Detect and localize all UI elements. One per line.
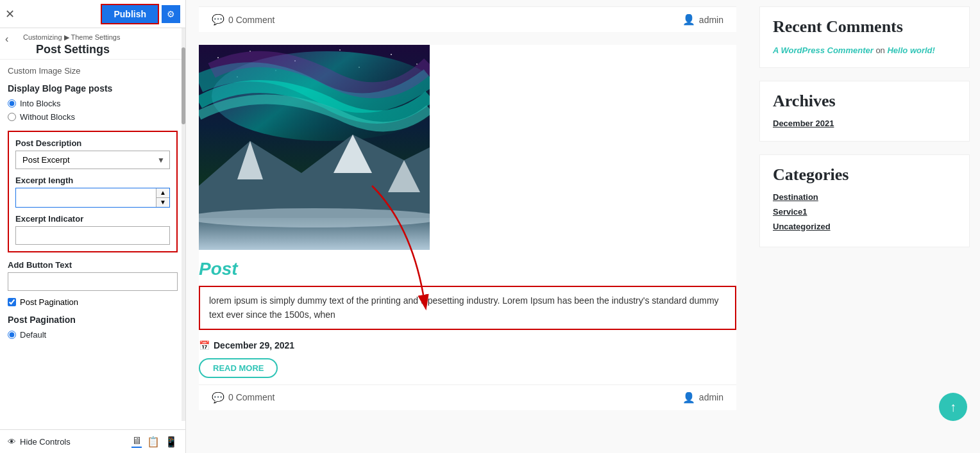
svg-point-4 bbox=[339, 49, 341, 51]
excerpt-length-input[interactable]: 20 bbox=[16, 190, 156, 206]
post-pagination-checkbox[interactable] bbox=[8, 298, 16, 306]
post-pagination-checkbox-label: Post Pagination bbox=[20, 297, 78, 307]
post-image-wrap bbox=[199, 45, 736, 252]
radio-without-blocks-label: Without Blocks bbox=[20, 112, 75, 122]
customizing-link[interactable]: Customizing bbox=[23, 33, 62, 41]
category-service1[interactable]: Service1 bbox=[773, 207, 956, 217]
admin2-icon: 👤 bbox=[682, 391, 695, 404]
back-button[interactable]: ‹ bbox=[5, 33, 8, 45]
view-icons: 🖥 📋 📱 bbox=[131, 435, 178, 448]
post-image-svg bbox=[199, 45, 430, 250]
breadcrumb-separator: ▶ bbox=[62, 33, 71, 41]
radio-into-blocks-label: Into Blocks bbox=[20, 99, 61, 108]
theme-settings-link[interactable]: Theme Settings bbox=[71, 33, 120, 41]
close-button[interactable]: ✕ bbox=[5, 7, 15, 21]
radio-without-blocks[interactable]: Without Blocks bbox=[8, 112, 178, 122]
page-title: Post Settings bbox=[23, 43, 178, 56]
right-sidebar: Recent Comments A WordPress Commenter on… bbox=[749, 0, 980, 436]
read-more-input[interactable]: READ MORE bbox=[8, 272, 178, 291]
post-excerpt-select-wrap: Post Excerpt ▼ bbox=[15, 151, 170, 169]
radio-into-blocks[interactable]: Into Blocks bbox=[8, 99, 178, 108]
svg-point-16 bbox=[199, 208, 430, 227]
second-post-admin-name: admin bbox=[699, 392, 723, 402]
svg-point-1 bbox=[217, 57, 219, 58]
first-post-card-footer: 💬 0 Comment 👤 admin bbox=[199, 6, 736, 32]
first-post-comment-info: 💬 0 Comment bbox=[212, 13, 275, 26]
svg-point-6 bbox=[416, 63, 418, 65]
display-radio-group: Into Blocks Without Blocks bbox=[8, 99, 178, 122]
scroll-top-button[interactable]: ↑ bbox=[939, 393, 967, 421]
main-inner: 💬 0 Comment 👤 admin bbox=[186, 0, 980, 436]
hide-controls-button[interactable]: 👁 Hide Controls bbox=[8, 437, 71, 447]
publish-area: Publish ⚙ bbox=[101, 4, 180, 24]
recent-comments-title: Recent Comments bbox=[773, 17, 956, 37]
second-post-card: Post lorem ipsum is simply dummy text of… bbox=[199, 45, 736, 410]
archives-widget: Archives December 2021 bbox=[759, 81, 970, 142]
left-panel: ✕ Publish ⚙ ‹ Customizing ▶ Theme Settin… bbox=[0, 0, 186, 453]
admin-icon: 👤 bbox=[682, 13, 695, 26]
spinner-down-button[interactable]: ▼ bbox=[156, 198, 169, 207]
tablet-view-button[interactable]: 📋 bbox=[147, 435, 160, 448]
eye-icon: 👁 bbox=[8, 437, 16, 447]
desktop-view-button[interactable]: 🖥 bbox=[131, 435, 142, 448]
excerpt-length-input-wrap: 20 ▲ ▼ bbox=[15, 188, 170, 208]
archives-title: Archives bbox=[773, 92, 956, 111]
hide-controls-label: Hide Controls bbox=[20, 437, 71, 447]
second-post-comment-count: 0 Comment bbox=[228, 392, 275, 402]
recent-comments-widget: Recent Comments A WordPress Commenter on… bbox=[759, 6, 970, 68]
post-date-text: December 29, 2021 bbox=[214, 340, 294, 350]
mobile-view-button[interactable]: 📱 bbox=[165, 435, 178, 448]
read-more-link[interactable]: READ MORE bbox=[199, 358, 278, 378]
gear-button[interactable]: ⚙ bbox=[162, 5, 180, 23]
archive-item-dec2021[interactable]: December 2021 bbox=[773, 119, 956, 128]
excerpt-indicator-input[interactable]: {...} bbox=[15, 226, 170, 245]
add-button-text-label: Add Button Text bbox=[8, 260, 178, 270]
panel-bottom: 👁 Hide Controls 🖥 📋 📱 bbox=[0, 429, 185, 453]
post-pagination-section-title: Post Pagination bbox=[8, 315, 178, 325]
radio-default-label: Default bbox=[20, 330, 46, 340]
svg-point-5 bbox=[391, 54, 392, 55]
calendar-icon: 📅 bbox=[199, 340, 210, 350]
excerpt-length-label: Excerpt length bbox=[15, 176, 170, 185]
post-pagination-checkbox-row[interactable]: Post Pagination bbox=[8, 297, 178, 307]
scrollbar-thumb[interactable] bbox=[182, 47, 185, 124]
radio-into-blocks-input[interactable] bbox=[8, 99, 16, 108]
first-post-admin-name: admin bbox=[699, 15, 723, 25]
comment-icon: 💬 bbox=[212, 13, 224, 26]
add-button-text-section: Add Button Text READ MORE bbox=[8, 260, 178, 291]
recent-comment-item: A WordPress Commenter on Hello world! bbox=[773, 44, 956, 57]
comment-on-text: on bbox=[875, 45, 884, 55]
main-content: 💬 0 Comment 👤 admin bbox=[186, 0, 980, 453]
breadcrumb-area: ‹ Customizing ▶ Theme Settings Post Sett… bbox=[0, 28, 185, 60]
second-post-comment-info: 💬 0 Comment bbox=[212, 391, 275, 404]
category-destination[interactable]: Destination bbox=[773, 192, 956, 202]
category-uncategorized[interactable]: Uncategorized bbox=[773, 222, 956, 231]
publish-button[interactable]: Publish bbox=[101, 4, 159, 24]
comment2-icon: 💬 bbox=[212, 391, 224, 404]
top-bar: ✕ Publish ⚙ bbox=[0, 0, 185, 28]
post-description-section: Post Description Post Excerpt ▼ Excerpt … bbox=[8, 131, 178, 252]
post-card-body: Post lorem ipsum is simply dummy text of… bbox=[199, 252, 736, 410]
radio-default-input[interactable] bbox=[8, 331, 16, 339]
post-desc-label: Post Description bbox=[15, 138, 170, 148]
first-post-admin-info: 👤 admin bbox=[682, 13, 723, 26]
breadcrumb: Customizing ▶ Theme Settings bbox=[23, 33, 178, 42]
commenter-link[interactable]: A WordPress Commenter bbox=[773, 45, 874, 55]
categories-title: Categories bbox=[773, 165, 956, 185]
post-title-link[interactable]: Post bbox=[199, 252, 736, 282]
radio-without-blocks-input[interactable] bbox=[8, 113, 16, 121]
display-section-title: Display Blog Page posts bbox=[8, 83, 178, 94]
excerpt-box: lorem ipsum is simply dummy text of the … bbox=[199, 286, 736, 330]
categories-widget: Categories Destination Service1 Uncatego… bbox=[759, 154, 970, 247]
second-post-admin-info: 👤 admin bbox=[682, 391, 723, 404]
post-excerpt-select[interactable]: Post Excerpt bbox=[15, 151, 170, 169]
post-date: 📅 December 29, 2021 bbox=[199, 336, 736, 354]
excerpt-indicator-label: Excerpt Indicator bbox=[15, 214, 170, 224]
commented-post-link[interactable]: Hello world! bbox=[887, 45, 934, 55]
spinner-up-button[interactable]: ▲ bbox=[156, 188, 169, 198]
number-spinners: ▲ ▼ bbox=[156, 188, 169, 207]
radio-default[interactable]: Default bbox=[8, 330, 178, 340]
scrollbar-track bbox=[182, 28, 185, 421]
posts-area: 💬 0 Comment 👤 admin bbox=[186, 0, 749, 436]
second-post-footer: 💬 0 Comment 👤 admin bbox=[199, 384, 736, 410]
